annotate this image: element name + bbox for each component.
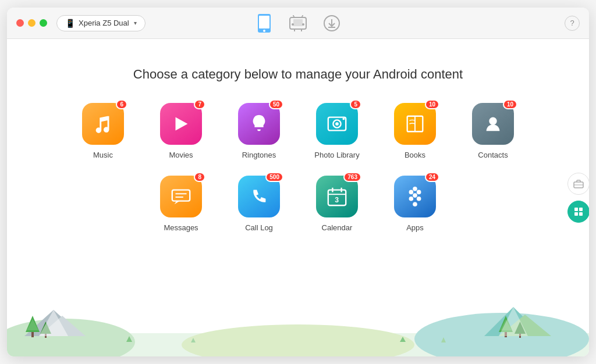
category-icon-wrapper-books: 10 (394, 103, 436, 145)
titlebar-right: ? (565, 16, 580, 31)
categories-grid: 6Music7Movies50Ringtones5Photo Library10… (7, 103, 589, 232)
svg-rect-43 (579, 208, 583, 211)
svg-marker-67 (441, 337, 446, 342)
titlebar-center-icons (253, 12, 343, 34)
help-button[interactable]: ? (565, 16, 580, 31)
landscape-decoration (7, 298, 589, 356)
device-icon: 📱 (65, 19, 75, 28)
svg-rect-45 (579, 212, 583, 216)
svg-marker-55 (26, 316, 40, 332)
category-row-1: 6Music7Movies50Ringtones5Photo Library10… (77, 103, 519, 159)
download-icon (324, 15, 340, 31)
svg-marker-68 (39, 310, 68, 336)
category-badge-photo: 5 (350, 99, 361, 109)
svg-point-20 (343, 118, 345, 120)
category-badge-ringtones: 50 (269, 99, 283, 109)
svg-point-23 (489, 117, 496, 125)
svg-point-5 (292, 23, 294, 26)
svg-rect-42 (574, 208, 578, 211)
svg-point-6 (302, 23, 304, 26)
svg-point-39 (413, 187, 417, 191)
grid-icon (574, 207, 583, 216)
category-badge-books: 10 (425, 99, 439, 109)
svg-marker-69 (499, 307, 528, 336)
grid-side-button[interactable] (567, 201, 589, 223)
phone-tab-button[interactable] (253, 12, 275, 34)
svg-point-35 (409, 197, 414, 201)
category-icon-wrapper-ringtones: 50 (238, 103, 280, 145)
svg-marker-66 (400, 337, 406, 342)
category-badge-calendar: 763 (343, 172, 361, 182)
svg-marker-65 (191, 338, 196, 342)
category-icon-wrapper-calendar: 3763 (316, 176, 358, 217)
svg-point-49 (414, 313, 589, 356)
category-label-music: Music (93, 151, 113, 159)
category-badge-movies: 7 (194, 99, 205, 109)
category-label-books: Books (405, 151, 425, 159)
category-item-books[interactable]: 10Books (389, 103, 441, 159)
category-item-ringtones[interactable]: 50Ringtones (233, 103, 285, 159)
close-button[interactable] (16, 19, 24, 27)
svg-marker-61 (500, 319, 512, 330)
category-item-apps[interactable]: 24Apps (389, 176, 441, 232)
category-label-contacts: Contacts (478, 151, 508, 159)
briefcase-icon (573, 179, 584, 188)
svg-point-34 (413, 193, 417, 198)
svg-rect-59 (505, 330, 507, 337)
svg-marker-60 (499, 316, 513, 332)
svg-point-47 (7, 319, 135, 356)
svg-point-19 (335, 122, 339, 126)
svg-point-11 (293, 15, 294, 16)
svg-rect-46 (7, 333, 589, 356)
titlebar: 📱 Xperia Z5 Dual ▾ (7, 8, 589, 39)
device-selector[interactable]: 📱 Xperia Z5 Dual ▾ (56, 15, 146, 31)
minimize-button[interactable] (28, 19, 36, 27)
category-badge-calllog: 500 (265, 172, 283, 182)
category-item-calendar[interactable]: 3763Calendar (311, 176, 363, 232)
svg-marker-50 (24, 310, 83, 336)
category-icon-movies (160, 103, 202, 145)
category-icon-wrapper-music: 6 (82, 103, 124, 145)
svg-point-33 (413, 202, 417, 207)
traffic-lights (16, 19, 47, 27)
svg-marker-64 (126, 336, 132, 342)
category-item-contacts[interactable]: 10Contacts (467, 103, 519, 159)
svg-marker-56 (27, 319, 38, 330)
svg-marker-52 (484, 307, 542, 336)
category-label-ringtones: Ringtones (242, 151, 276, 159)
category-icon-wrapper-apps: 24 (394, 176, 436, 217)
svg-rect-54 (31, 330, 34, 337)
main-window: 📱 Xperia Z5 Dual ▾ (7, 8, 589, 356)
category-item-messages[interactable]: 8Messages (155, 176, 207, 232)
category-badge-music: 6 (116, 99, 127, 109)
category-icon-music (82, 103, 124, 145)
android-icon (289, 15, 307, 31)
category-label-photo: Photo Library (314, 151, 359, 159)
category-icon-wrapper-photo: 5 (316, 103, 358, 145)
svg-rect-24 (172, 190, 190, 201)
chevron-down-icon: ▾ (134, 20, 137, 26)
svg-marker-16 (176, 117, 188, 131)
category-label-calendar: Calendar (322, 223, 353, 232)
page-title: Choose a category below to manage your A… (7, 67, 589, 82)
category-label-movies: Movies (169, 151, 193, 159)
svg-rect-57 (45, 332, 47, 338)
svg-marker-53 (499, 315, 551, 336)
category-icon-wrapper-contacts: 10 (472, 103, 514, 145)
svg-point-48 (182, 324, 414, 356)
maximize-button[interactable] (40, 19, 47, 27)
main-content: Choose a category below to manage your A… (7, 39, 589, 356)
category-icon-wrapper-movies: 7 (160, 103, 202, 145)
briefcase-side-button[interactable] (567, 173, 589, 195)
svg-text:3: 3 (335, 196, 339, 204)
svg-point-36 (417, 197, 421, 201)
category-item-calllog[interactable]: 500Call Log (233, 176, 285, 232)
category-item-music[interactable]: 6Music (77, 103, 129, 159)
svg-point-12 (302, 15, 303, 16)
category-item-movies[interactable]: 7Movies (155, 103, 207, 159)
download-tab-button[interactable] (321, 12, 343, 34)
category-item-photo[interactable]: 5Photo Library (311, 103, 363, 159)
svg-marker-51 (39, 316, 86, 336)
category-icon-messages (160, 176, 202, 217)
android-tab-button[interactable] (287, 12, 309, 34)
